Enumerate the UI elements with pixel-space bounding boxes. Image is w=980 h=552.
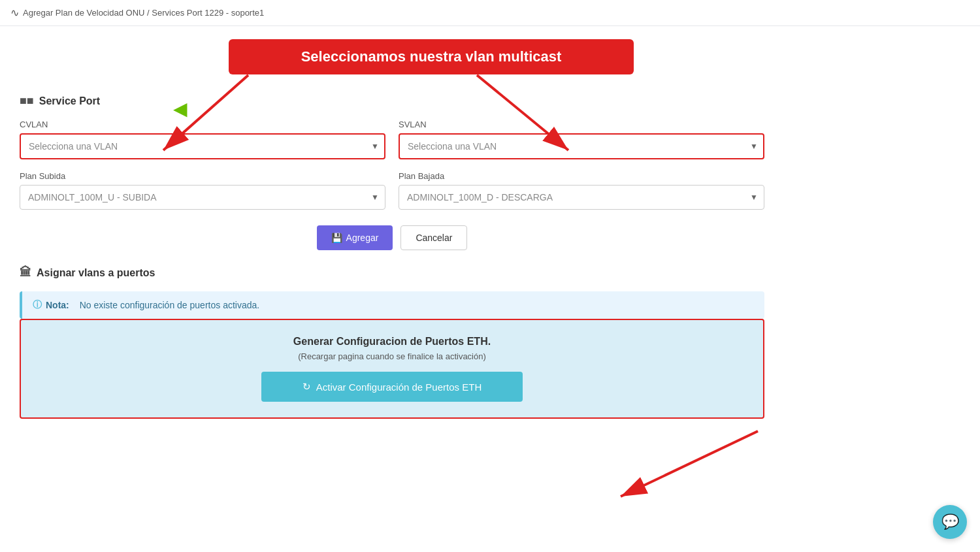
- asignar-title: Asignar vlans a puertos: [37, 267, 155, 279]
- cancelar-button[interactable]: Cancelar: [400, 225, 467, 250]
- service-port-header: ■■ Service Port: [20, 94, 764, 108]
- building-icon: 🏛: [20, 266, 31, 280]
- refresh-icon: ↻: [302, 381, 311, 393]
- wifi-icon: ∿: [10, 7, 19, 19]
- asignar-header: 🏛 Asignar vlans a puertos: [20, 266, 764, 280]
- plan-bajada-select[interactable]: ADMINOLT_100M_D - DESCARGA: [399, 185, 764, 210]
- server-icon: ■■: [20, 94, 34, 108]
- agregar-label: Agregar: [346, 233, 379, 243]
- breadcrumb-text: Agregar Plan de Velocidad ONU / Services…: [23, 8, 264, 18]
- cvlan-select[interactable]: Selecciona una VLAN: [20, 133, 385, 159]
- nota-text: No existe configuración de puertos activ…: [80, 300, 260, 310]
- save-icon: 💾: [331, 233, 342, 243]
- svlan-wrapper: Selecciona una VLAN ▼: [399, 133, 764, 159]
- svg-line-3: [621, 431, 758, 496]
- plan-bajada-wrapper: ADMINOLT_100M_D - DESCARGA ▼: [399, 185, 764, 210]
- service-port-title: Service Port: [39, 95, 100, 107]
- generar-subtitle: (Recargar pagina cuando se finalice la a…: [34, 351, 750, 361]
- nota-box: ⓘ Nota: No existe configuración de puert…: [20, 291, 764, 319]
- vlan-row: CVLAN Selecciona una VLAN ▼ SVLAN Selecc…: [20, 120, 764, 159]
- plan-bajada-group: Plan Bajada ADMINOLT_100M_D - DESCARGA ▼: [399, 171, 764, 210]
- cvlan-wrapper: Selecciona una VLAN ▼: [20, 133, 385, 159]
- cvlan-group: CVLAN Selecciona una VLAN ▼: [20, 120, 385, 159]
- activar-button[interactable]: ↻ Activar Configuración de Puertos ETH: [261, 372, 523, 402]
- agregar-button[interactable]: 💾 Agregar: [317, 225, 393, 250]
- cvlan-label: CVLAN: [20, 120, 385, 129]
- nota-label: Nota:: [46, 300, 69, 310]
- generar-title: Generar Configuracion de Puertos ETH.: [34, 336, 750, 348]
- breadcrumb-bar: ∿ Agregar Plan de Velocidad ONU / Servic…: [0, 0, 980, 26]
- plan-subida-wrapper: ADMINOLT_100M_U - SUBIDA ▼: [20, 185, 385, 210]
- annotation-banner-top: Seleccionamos nuestra vlan multicast: [229, 39, 634, 74]
- svlan-label: SVLAN: [399, 120, 764, 129]
- action-buttons: 💾 Agregar Cancelar: [20, 225, 764, 250]
- plan-subida-group: Plan Subida ADMINOLT_100M_U - SUBIDA ▼: [20, 171, 385, 210]
- cursor-icon: ◀: [173, 98, 188, 120]
- plan-bajada-label: Plan Bajada: [399, 171, 764, 181]
- asignar-section: 🏛 Asignar vlans a puertos ⓘ Nota: No exi…: [20, 266, 764, 419]
- chat-bubble[interactable]: 💬: [933, 505, 967, 539]
- main-content: Seleccionamos nuestra vlan multicast ◀ ■…: [0, 26, 784, 432]
- info-icon: ⓘ: [33, 299, 42, 311]
- svlan-group: SVLAN Selecciona una VLAN ▼: [399, 120, 764, 159]
- cancelar-label: Cancelar: [416, 233, 452, 243]
- generar-section: Generar Configuracion de Puertos ETH. (R…: [20, 319, 764, 419]
- plan-subida-label: Plan Subida: [20, 171, 385, 181]
- plan-row: Plan Subida ADMINOLT_100M_U - SUBIDA ▼ P…: [20, 171, 764, 210]
- activar-label: Activar Configuración de Puertos ETH: [316, 382, 482, 393]
- svlan-select[interactable]: Selecciona una VLAN: [399, 133, 764, 159]
- plan-subida-select[interactable]: ADMINOLT_100M_U - SUBIDA: [20, 185, 385, 210]
